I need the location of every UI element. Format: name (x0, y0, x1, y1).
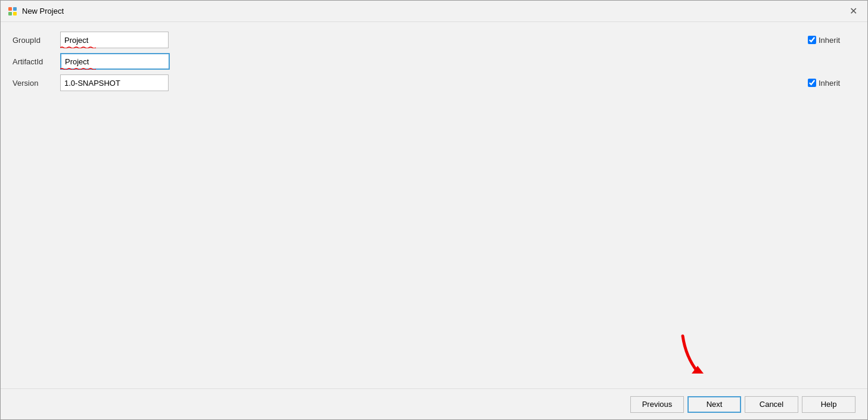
artifactid-squiggle-container (60, 53, 803, 70)
groupid-inherit-label: Inherit (819, 36, 840, 45)
artifactid-label: ArtifactId (13, 57, 60, 66)
version-inherit-label: Inherit (819, 79, 840, 88)
groupid-input-container: Inherit (60, 32, 855, 48)
version-squiggle-container (60, 74, 803, 91)
form-content: GroupId Inherit ArtifactId (1, 22, 867, 388)
new-project-dialog: New Project ✕ GroupId Inherit Artifact (0, 0, 868, 420)
title-bar: New Project ✕ (1, 1, 867, 22)
artifactid-input-container: Inherit (60, 53, 855, 70)
groupid-row: GroupId Inherit (13, 32, 855, 48)
artifactid-row: ArtifactId Inherit (13, 53, 855, 70)
groupid-input[interactable] (60, 32, 169, 48)
svg-rect-0 (8, 7, 12, 11)
version-label: Version (13, 79, 60, 88)
version-row: Version Inherit (13, 74, 855, 91)
version-input-container: Inherit (60, 74, 855, 91)
version-inherit-checkbox[interactable] (808, 79, 816, 87)
close-button[interactable]: ✕ (846, 4, 860, 18)
groupid-label: GroupId (13, 36, 60, 45)
dialog-title: New Project (22, 7, 64, 15)
previous-button[interactable]: Previous (630, 396, 684, 413)
groupid-inherit-container: Inherit (808, 36, 855, 45)
next-button[interactable]: Next (687, 396, 741, 413)
version-input[interactable] (60, 74, 169, 91)
svg-rect-1 (13, 7, 17, 11)
help-button[interactable]: Help (802, 396, 855, 413)
groupid-squiggle-container (60, 32, 803, 48)
title-bar-left: New Project (8, 7, 64, 16)
artifactid-input[interactable] (60, 53, 170, 70)
cancel-button[interactable]: Cancel (745, 396, 798, 413)
bottom-bar: Previous Next Cancel Help (1, 388, 867, 419)
svg-rect-2 (8, 12, 12, 15)
version-inherit-container: Inherit (808, 79, 855, 88)
groupid-inherit-checkbox[interactable] (808, 36, 816, 44)
project-icon (8, 7, 17, 16)
svg-rect-3 (13, 12, 17, 15)
